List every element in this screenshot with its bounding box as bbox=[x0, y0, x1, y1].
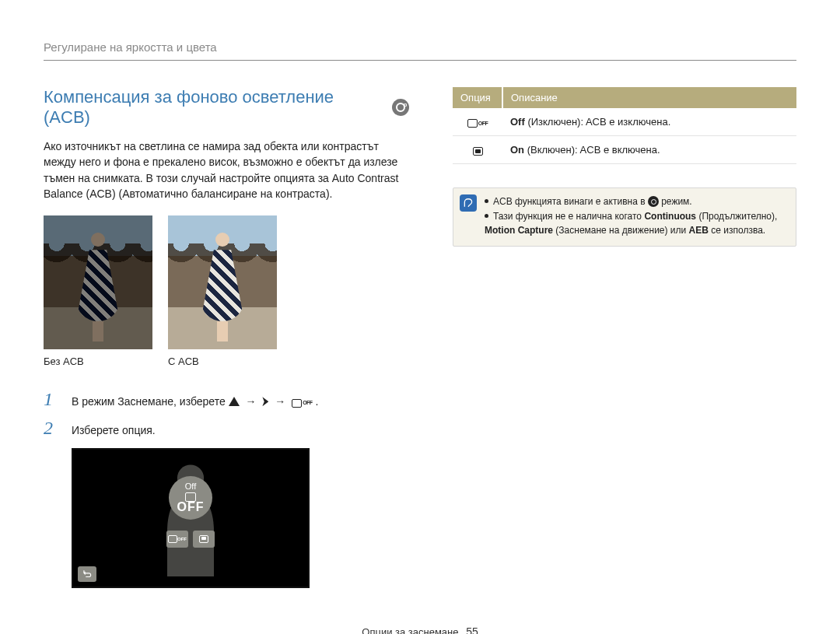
step1-text-a: В режим Заснемане, изберете bbox=[72, 395, 229, 408]
note-bold: AEB bbox=[689, 225, 709, 236]
bullet-icon bbox=[485, 199, 488, 203]
example-photos bbox=[44, 215, 409, 349]
note-line: Тази функция не е налична когато Continu… bbox=[485, 209, 788, 238]
info-icon bbox=[460, 194, 477, 212]
photo-with-acb bbox=[168, 215, 277, 349]
footer-section: Опции за заснемане bbox=[362, 626, 458, 634]
acb-off-icon: OFF bbox=[467, 119, 488, 128]
note-box: ACB функцията винаги е активна в режим. … bbox=[453, 187, 796, 247]
step-2: 2 Изберете опция. bbox=[44, 418, 409, 439]
options-table: Опция Описание OFF Off (Изключен): ACB е… bbox=[453, 87, 796, 164]
photo-without-acb bbox=[44, 215, 152, 349]
row-bold: On bbox=[510, 144, 524, 156]
row-bold: Off bbox=[510, 116, 525, 128]
chevron-right-icon bbox=[262, 397, 268, 406]
arrow-icon: → bbox=[245, 395, 256, 408]
note-text: режим. bbox=[659, 196, 692, 207]
section-title-text: Компенсация за фоново осветление (ACB) bbox=[44, 87, 383, 128]
camera-mode-icon bbox=[648, 196, 659, 207]
step-number: 2 bbox=[44, 418, 59, 439]
note-text: (Продължително), bbox=[696, 211, 777, 222]
acb-off-icon: OFF bbox=[292, 399, 313, 408]
caption-without: Без ACB bbox=[44, 356, 152, 367]
back-button[interactable] bbox=[78, 566, 96, 582]
step-1: 1 В режим Заснемане, изберете → → OFF . bbox=[44, 389, 409, 410]
badge-label: Off bbox=[185, 482, 196, 491]
caption-with: С ACB bbox=[168, 356, 277, 367]
arrow-icon: → bbox=[275, 395, 285, 408]
camera-screen-preview: Off OFF OFF bbox=[72, 448, 310, 588]
page-number: 55 bbox=[466, 625, 478, 634]
col-option-header: Опция bbox=[453, 87, 502, 108]
page-footer: Опции за заснемане 55 bbox=[44, 625, 796, 634]
intro-paragraph: Ако източникът на светлина се намира зад… bbox=[44, 138, 409, 201]
note-bold: Continuous bbox=[644, 211, 696, 222]
note-bold: Motion Capture bbox=[485, 225, 553, 236]
bullet-icon bbox=[485, 214, 488, 218]
screen-option-off[interactable]: OFF bbox=[166, 531, 188, 548]
row-text: (Включен): ACB е включена. bbox=[524, 144, 660, 156]
section-title: Компенсация за фоново осветление (ACB) p bbox=[44, 87, 409, 128]
note-text: (Заснемане на движение) или bbox=[553, 225, 689, 236]
table-row: On (Включен): ACB е включена. bbox=[453, 136, 796, 164]
badge-off-text: OFF bbox=[177, 500, 205, 514]
note-text: ACB функцията винаги е активна в bbox=[493, 196, 648, 207]
acb-on-icon bbox=[473, 147, 483, 156]
step1-text-b: . bbox=[316, 395, 319, 408]
note-line: ACB функцията винаги е активна в режим. bbox=[485, 194, 788, 209]
camera-mode-p-icon: p bbox=[392, 99, 409, 116]
running-header: Регулиране на яркостта и цвета bbox=[44, 40, 796, 61]
table-row: OFF Off (Изключен): ACB е изключена. bbox=[453, 108, 796, 136]
col-desc-header: Описание bbox=[502, 87, 796, 108]
screen-option-on[interactable] bbox=[193, 531, 215, 548]
row-text: (Изключен): ACB е изключена. bbox=[525, 116, 670, 128]
note-text: се използва. bbox=[709, 225, 765, 236]
step2-text: Изберете опция. bbox=[72, 418, 156, 439]
note-text: Тази функция не е налична когато bbox=[493, 211, 644, 222]
photo-captions: Без ACB С ACB bbox=[44, 356, 409, 367]
up-triangle-icon bbox=[229, 397, 240, 406]
screen-selected-badge: Off OFF bbox=[169, 476, 212, 520]
step-number: 1 bbox=[44, 389, 59, 410]
